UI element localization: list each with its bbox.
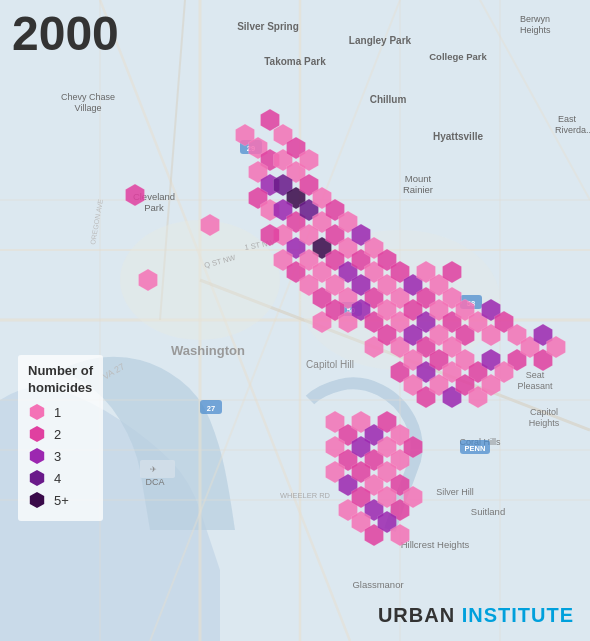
legend-label-5: 5+ bbox=[54, 493, 69, 508]
legend-item-5: 5+ bbox=[28, 491, 93, 509]
svg-text:Village: Village bbox=[75, 103, 102, 113]
svg-text:Rainier: Rainier bbox=[403, 184, 433, 195]
svg-text:Pleasant: Pleasant bbox=[517, 381, 553, 391]
svg-marker-201 bbox=[30, 470, 44, 486]
svg-text:50: 50 bbox=[347, 306, 355, 315]
legend-hex-2 bbox=[28, 425, 46, 443]
svg-text:Cleveland: Cleveland bbox=[133, 191, 175, 202]
svg-marker-200 bbox=[30, 448, 44, 464]
svg-text:WHEELER RD: WHEELER RD bbox=[280, 491, 331, 500]
svg-text:Glassmanor: Glassmanor bbox=[352, 579, 403, 590]
svg-text:Takoma Park: Takoma Park bbox=[264, 56, 326, 67]
legend-hex-5 bbox=[28, 491, 46, 509]
legend-hex-3 bbox=[28, 447, 46, 465]
svg-marker-202 bbox=[30, 492, 44, 508]
svg-text:Berwyn: Berwyn bbox=[520, 14, 550, 24]
branding: URBAN INSTITUTE bbox=[378, 604, 574, 627]
legend: Number ofhomicides 1 2 3 4 bbox=[18, 355, 103, 521]
legend-item-2: 2 bbox=[28, 425, 93, 443]
svg-rect-17 bbox=[140, 460, 175, 478]
year-label: 2000 bbox=[12, 10, 119, 58]
svg-text:Silver Hill: Silver Hill bbox=[436, 487, 474, 497]
svg-text:Hyattsville: Hyattsville bbox=[433, 131, 483, 142]
svg-text:Capitol: Capitol bbox=[530, 407, 558, 417]
svg-text:Chevy Chase: Chevy Chase bbox=[61, 92, 115, 102]
legend-title: Number ofhomicides bbox=[28, 363, 93, 397]
svg-point-19 bbox=[120, 220, 280, 340]
svg-text:East: East bbox=[558, 114, 577, 124]
svg-text:Heights: Heights bbox=[520, 25, 551, 35]
brand-urban: URBAN bbox=[378, 604, 455, 626]
svg-text:Washington: Washington bbox=[171, 343, 245, 358]
svg-text:Chillum: Chillum bbox=[370, 94, 407, 105]
svg-text:58: 58 bbox=[467, 299, 475, 308]
svg-text:27: 27 bbox=[207, 404, 215, 413]
svg-text:Silver Spring: Silver Spring bbox=[237, 21, 299, 32]
svg-text:Hillcrest Heights: Hillcrest Heights bbox=[401, 539, 470, 550]
brand-institute: INSTITUTE bbox=[462, 604, 574, 626]
legend-label-2: 2 bbox=[54, 427, 61, 442]
legend-hex-1 bbox=[28, 403, 46, 421]
svg-text:DCA: DCA bbox=[145, 477, 164, 487]
svg-text:PENN: PENN bbox=[465, 444, 486, 453]
svg-text:29: 29 bbox=[247, 144, 255, 153]
legend-item-1: 1 bbox=[28, 403, 93, 421]
svg-text:Mount: Mount bbox=[405, 173, 432, 184]
legend-label-1: 1 bbox=[54, 405, 61, 420]
legend-hex-4 bbox=[28, 469, 46, 487]
svg-text:Suitland: Suitland bbox=[471, 506, 505, 517]
svg-text:Park: Park bbox=[144, 202, 164, 213]
legend-item-4: 4 bbox=[28, 469, 93, 487]
svg-text:Langley Park: Langley Park bbox=[349, 35, 412, 46]
legend-item-3: 3 bbox=[28, 447, 93, 465]
legend-label-3: 3 bbox=[54, 449, 61, 464]
svg-text:Capitol Hill: Capitol Hill bbox=[306, 359, 354, 370]
svg-text:College Park: College Park bbox=[429, 51, 487, 62]
svg-text:✈: ✈ bbox=[150, 465, 157, 474]
map-svg: ✈ Silver Spring Langley Park Berwyn Heig… bbox=[0, 0, 590, 641]
svg-text:Seat: Seat bbox=[526, 370, 545, 380]
svg-marker-198 bbox=[30, 404, 44, 420]
map-container: ✈ Silver Spring Langley Park Berwyn Heig… bbox=[0, 0, 590, 641]
svg-marker-199 bbox=[30, 426, 44, 442]
legend-label-4: 4 bbox=[54, 471, 61, 486]
svg-text:Riverda...: Riverda... bbox=[555, 125, 590, 135]
svg-text:Heights: Heights bbox=[529, 418, 560, 428]
